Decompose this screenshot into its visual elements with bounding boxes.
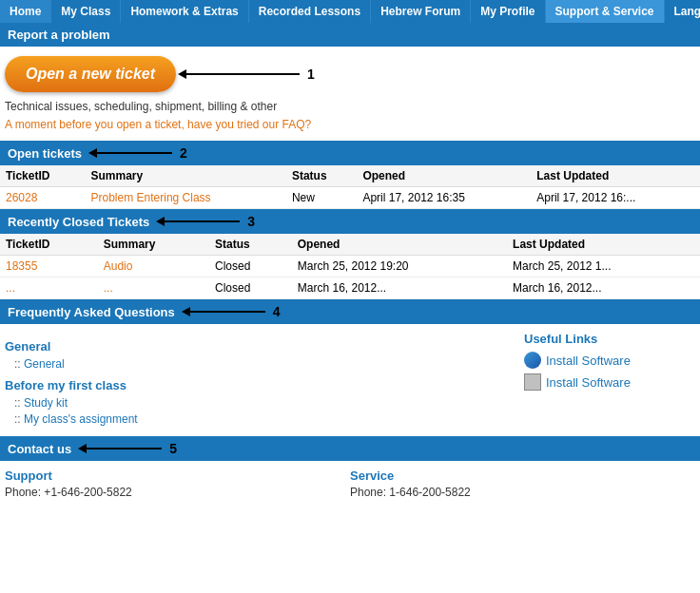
contact-header-content: Contact us 5	[8, 441, 177, 456]
open-tickets-section: Open tickets 2 TicketID Summary Status O…	[0, 141, 700, 209]
col-ticket-id: TicketID	[0, 165, 86, 187]
rc-ticket-id-link[interactable]: 18355	[6, 259, 37, 273]
faq-arrow-num: 4	[273, 304, 281, 319]
col-status: Status	[286, 165, 358, 187]
rc-status-cell: Closed	[209, 256, 292, 277]
open-new-ticket-button[interactable]: Open a new ticket	[5, 56, 176, 92]
faq-title: Frequently Asked Questions	[8, 305, 175, 319]
rc-col-ticket-id: TicketID	[0, 234, 98, 256]
table-row: 18355 Audio Closed March 25, 2012 19:20 …	[0, 256, 700, 277]
faq-content: General General Before my first class St…	[0, 324, 700, 436]
faq-category-first-class-title: Before my first class	[5, 378, 524, 392]
report-problem-section: Report a problem Open a new ticket 1 Tec…	[0, 23, 700, 141]
contact-content: Support Phone: +1-646-200-5822 Service P…	[0, 461, 700, 507]
open-tickets-header-content: Open tickets 2	[8, 145, 187, 161]
ticket-id-cell: 26028	[0, 187, 86, 209]
install-software-link-2[interactable]: Install Software	[546, 375, 631, 390]
col-last-updated: Last Updated	[531, 165, 700, 187]
rc-updated-cell2: March 16, 2012...	[507, 277, 700, 299]
nav-my-class[interactable]: My Class	[51, 0, 121, 23]
faq-category-general: General General	[5, 339, 524, 371]
open-tickets-header-row: TicketID Summary Status Opened Last Upda…	[0, 165, 700, 187]
nav-support-service[interactable]: Support & Service	[546, 0, 665, 23]
nav-homework[interactable]: Homework & Extras	[121, 0, 248, 23]
service-title: Service	[350, 469, 695, 483]
rc-summary-link2[interactable]: ...	[104, 281, 113, 295]
navigation-bar: Home My Class Homework & Extras Recorded…	[0, 0, 700, 23]
open-tickets-table: TicketID Summary Status Opened Last Upda…	[0, 165, 700, 209]
rc-status-cell2: Closed	[209, 277, 292, 299]
col-summary: Summary	[86, 165, 286, 187]
faq-link[interactable]: A moment before you open a ticket, have …	[5, 118, 311, 131]
list-item: Install Software	[524, 373, 695, 391]
faq-arrow	[189, 311, 265, 313]
faq-category-first-class: Before my first class Study kit My class…	[5, 378, 524, 426]
ticket-id-link[interactable]: 26028	[6, 191, 37, 204]
table-row: 26028 Problem Entering Class New April 1…	[0, 187, 700, 209]
report-problem-header: Report a problem	[0, 23, 700, 47]
ticket-status-cell: New	[286, 187, 358, 209]
rc-ticket-id-cell2: ...	[0, 277, 98, 299]
install-software-link-1[interactable]: Install Software	[546, 354, 631, 368]
rc-col-status: Status	[209, 234, 292, 256]
open-tickets-arrow-num: 2	[180, 145, 187, 161]
rc-opened-cell: March 25, 2012 19:20	[292, 256, 507, 277]
faq-general-link[interactable]: General	[24, 357, 65, 371]
recently-closed-header: Recently Closed Tickets 3	[0, 209, 700, 234]
rc-summary-cell: Audio	[98, 256, 209, 277]
service-phone: Phone: 1-646-200-5822	[350, 486, 695, 499]
recently-closed-table: TicketID Summary Status Opened Last Upda…	[0, 234, 700, 299]
nav-language-toolbox[interactable]: Language Toolbo...	[665, 0, 700, 23]
nav-recorded-lessons[interactable]: Recorded Lessons	[249, 0, 371, 23]
contact-arrow-num: 5	[169, 441, 177, 456]
nav-my-profile[interactable]: My Profile	[471, 0, 545, 23]
nav-hebrew-forum[interactable]: Hebrew Forum	[371, 0, 471, 23]
recently-closed-arrow-num: 3	[247, 214, 255, 229]
recently-closed-table-container: TicketID Summary Status Opened Last Upda…	[0, 234, 700, 299]
rc-summary-link[interactable]: Audio	[104, 259, 133, 273]
arrow-line-1	[185, 73, 300, 75]
support-phone: Phone: +1-646-200-5822	[5, 486, 350, 499]
contact-header: Contact us 5	[0, 436, 700, 461]
support-title: Support	[5, 469, 350, 483]
software-icon	[524, 373, 541, 391]
ticket-updated-cell: April 17, 2012 16:...	[531, 187, 700, 209]
rc-col-last-updated: Last Updated	[507, 234, 700, 256]
rc-col-opened: Opened	[292, 234, 507, 256]
faq-assignment-link[interactable]: My class's assignment	[24, 412, 138, 426]
tech-text: Technical issues, scheduling, shipment, …	[5, 100, 695, 113]
rc-col-summary: Summary	[98, 234, 209, 256]
faq-study-kit-link[interactable]: Study kit	[24, 396, 68, 410]
nav-home[interactable]: Home	[0, 0, 51, 23]
contact-service: Service Phone: 1-646-200-5822	[350, 469, 695, 499]
ticket-summary-cell: Problem Entering Class	[86, 187, 286, 209]
arrow-num-1: 1	[307, 67, 315, 82]
globe-icon	[524, 352, 541, 369]
faq-header-content: Frequently Asked Questions 4	[8, 304, 281, 319]
contact-section: Contact us 5 Support Phone: +1-646-200-5…	[0, 436, 700, 507]
col-opened: Opened	[357, 165, 531, 187]
open-tickets-table-container: TicketID Summary Status Opened Last Upda…	[0, 165, 700, 209]
rc-updated-cell: March 25, 2012 1...	[507, 256, 700, 277]
arrow-label-1: 1	[185, 67, 315, 82]
faq-categories: General General Before my first class St…	[5, 332, 524, 429]
list-item: Install Software	[524, 352, 695, 369]
recently-closed-header-row: TicketID Summary Status Opened Last Upda…	[0, 234, 700, 256]
contact-title: Contact us	[8, 442, 71, 456]
recently-closed-header-content: Recently Closed Tickets 3	[8, 214, 255, 229]
ticket-opened-cell: April 17, 2012 16:35	[357, 187, 531, 209]
report-problem-title: Report a problem	[8, 28, 110, 42]
contact-arrow	[86, 448, 162, 450]
report-problem-content: Open a new ticket 1 Technical issues, sc…	[0, 47, 700, 141]
open-ticket-row: Open a new ticket 1	[5, 56, 695, 92]
contact-support: Support Phone: +1-646-200-5822	[5, 469, 350, 499]
useful-links-title: Useful Links	[524, 332, 695, 346]
rc-ticket-id-link2[interactable]: ...	[6, 281, 15, 295]
useful-links: Useful Links Install Software Install So…	[524, 332, 695, 429]
rc-opened-cell2: March 16, 2012...	[292, 277, 507, 299]
list-item: My class's assignment	[14, 412, 524, 426]
recently-closed-arrow	[164, 220, 240, 222]
faq-category-general-title: General	[5, 339, 524, 354]
ticket-summary-link[interactable]: Problem Entering Class	[91, 191, 211, 204]
faq-header: Frequently Asked Questions 4	[0, 299, 700, 324]
